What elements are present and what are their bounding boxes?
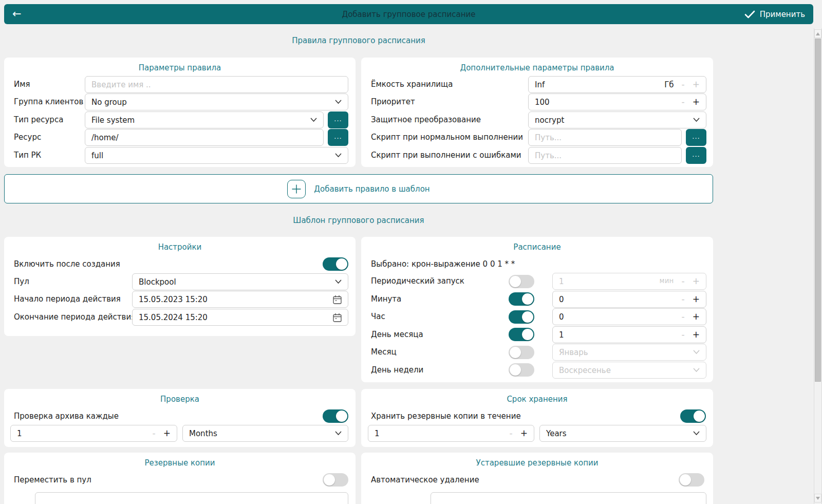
check-card: Проверка Проверка архива каждые 1 - + Mo…	[4, 389, 356, 447]
hour-value: 0	[559, 312, 674, 322]
resource-field[interactable]	[85, 129, 324, 146]
chevron-down-icon	[693, 118, 700, 122]
plus-button[interactable]: +	[693, 312, 700, 321]
periodic-run-toggle[interactable]	[509, 275, 534, 288]
minute-toggle[interactable]	[509, 292, 534, 306]
add-rule-button[interactable]: Добавить правило в шаблон	[4, 174, 713, 203]
retention-card: Срок хранения Хранить резервные копии в …	[361, 389, 713, 447]
script-ok-field[interactable]	[528, 129, 682, 146]
resource-label: Ресурс	[14, 129, 41, 146]
toggle-knob	[522, 293, 533, 305]
toggle-knob	[510, 364, 521, 376]
plus-button[interactable]: +	[693, 330, 700, 339]
periodic-run-value: 1	[559, 277, 652, 286]
period-start-field[interactable]: 15.05.2023 15:20	[132, 291, 348, 308]
scroll-up-button[interactable]	[814, 29, 821, 38]
name-label: Имя	[14, 76, 30, 93]
minute-field[interactable]: 0 - +	[552, 291, 706, 308]
retention-interval-value: 1	[375, 429, 502, 438]
day-of-week-toggle[interactable]	[509, 363, 534, 377]
periodic-run-field: 1 мин - +	[552, 273, 706, 290]
minus-button: -	[682, 80, 685, 89]
capacity-label: Ёмкость хранилища	[371, 76, 453, 93]
enable-after-label: Включить после создания	[14, 256, 120, 273]
rk-type-value: full	[91, 151, 327, 160]
capacity-value: Inf	[535, 80, 657, 89]
auto-delete-label: Автоматическое удаление	[371, 472, 479, 489]
name-input[interactable]	[91, 80, 342, 89]
toggle-knob	[694, 410, 705, 422]
rk-type-select[interactable]: full	[85, 147, 348, 164]
chevron-down-icon	[335, 100, 342, 104]
toggle-knob	[522, 329, 533, 340]
check-unit-select[interactable]: Months	[182, 425, 348, 442]
crypt-label: Защитное преобразование	[371, 111, 481, 128]
day-of-week-value: Воскресенье	[559, 366, 685, 375]
check-interval-field[interactable]: 1 - +	[10, 425, 177, 442]
resource-input[interactable]	[91, 133, 317, 142]
retention-unit-select[interactable]: Years	[539, 425, 706, 442]
client-group-select[interactable]: No group	[85, 94, 348, 110]
toggle-knob	[510, 347, 521, 358]
script-err-label: Скрипт при выполнении с ошибками	[371, 147, 521, 164]
retention-label: Хранить резервные копии в течение	[371, 408, 521, 425]
pool-select[interactable]: Blockpool	[132, 273, 348, 290]
script-ok-input[interactable]	[535, 133, 675, 142]
script-err-field[interactable]	[528, 147, 682, 164]
toggle-knob	[522, 311, 533, 323]
resource-browse-button[interactable]: ...	[328, 129, 348, 146]
resource-type-browse-button[interactable]: ...	[328, 111, 348, 128]
retention-toggle[interactable]	[680, 409, 706, 423]
month-toggle[interactable]	[509, 346, 534, 359]
calendar-icon[interactable]	[333, 313, 342, 322]
apply-label: Применить	[760, 10, 805, 19]
period-end-field[interactable]: 15.05.2024 15:20	[132, 309, 348, 326]
hour-field[interactable]: 0 - +	[552, 308, 706, 325]
back-arrow-icon[interactable]: ←	[12, 9, 22, 20]
capacity-field[interactable]: Inf Гб - +	[528, 76, 706, 93]
crypt-select[interactable]: nocrypt	[528, 111, 706, 128]
minus-button: -	[682, 330, 685, 339]
scroll-down-button[interactable]	[814, 494, 821, 502]
apply-button[interactable]: Применить	[744, 10, 805, 19]
scroll-up-icon	[816, 32, 820, 35]
plus-button[interactable]: +	[693, 295, 700, 304]
check-interval-value: 1	[17, 429, 145, 438]
pool-label: Пул	[14, 273, 29, 290]
priority-field[interactable]: 100 - +	[528, 94, 706, 110]
retention-interval-field[interactable]: 1 - +	[368, 425, 534, 442]
resource-type-select[interactable]: File system	[85, 111, 324, 128]
calendar-icon[interactable]	[333, 295, 342, 304]
day-of-month-field[interactable]: 1 - +	[552, 326, 706, 343]
plus-button[interactable]: +	[520, 429, 528, 438]
name-field[interactable]	[85, 76, 348, 93]
schedule-title: Расписание	[361, 242, 713, 252]
hour-toggle[interactable]	[509, 310, 534, 324]
day-of-week-select: Воскресенье	[552, 362, 706, 379]
chevron-down-icon	[310, 118, 317, 122]
move-to-pool-toggle[interactable]	[323, 473, 348, 487]
schedule-card: Расписание Выбрано: крон-выражение 0 0 1…	[361, 237, 713, 382]
scrollbar-thumb[interactable]	[815, 39, 821, 382]
enable-after-toggle[interactable]	[323, 257, 348, 271]
plus-button[interactable]: +	[163, 429, 171, 438]
chevron-down-icon	[693, 368, 700, 372]
rules-section-title: Правила группового расписания	[4, 36, 713, 45]
rk-type-label: Тип РК	[14, 147, 41, 164]
client-group-value: No group	[91, 98, 327, 107]
plus-button[interactable]: +	[693, 98, 700, 106]
script-ok-browse-button[interactable]: ...	[686, 129, 706, 146]
period-start-value: 15.05.2023 15:20	[139, 295, 325, 304]
move-to-pool-label: Переместить в пул	[14, 472, 91, 489]
obsolete-title: Устаревшие резервные копии	[361, 458, 713, 468]
day-of-month-toggle[interactable]	[509, 328, 534, 341]
vertical-scrollbar[interactable]	[814, 28, 822, 504]
scroll-down-icon	[816, 497, 820, 500]
script-err-browse-button[interactable]: ...	[686, 147, 706, 164]
pool-value: Blockpool	[139, 277, 327, 287]
check-archive-toggle[interactable]	[323, 409, 348, 423]
template-section-title: Шаблон группового расписания	[4, 216, 713, 225]
auto-delete-toggle[interactable]	[679, 473, 704, 487]
check-unit-value: Months	[189, 429, 327, 438]
script-err-input[interactable]	[535, 151, 675, 160]
